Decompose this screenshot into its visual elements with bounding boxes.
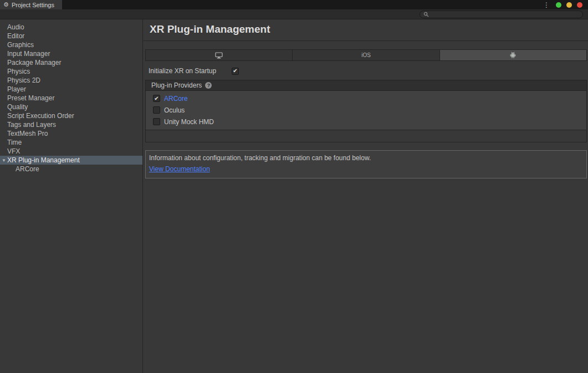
provider-row-arcore: ARCore <box>146 93 586 104</box>
titlebar-spacer <box>62 0 543 9</box>
sidebar-item-quality[interactable]: Quality <box>0 103 142 111</box>
title-separator <box>143 40 588 41</box>
tab-ios-label: iOS <box>361 52 371 58</box>
tab-desktop[interactable] <box>146 50 293 60</box>
sidebar-item-physics[interactable]: Physics <box>0 67 142 76</box>
project-settings-window: ⚙ Project Settings ⋮ Audio Editor Graphi… <box>0 0 588 373</box>
initialize-xr-label: Initialize XR on Startup <box>149 67 232 75</box>
arcore-checkbox[interactable] <box>153 95 160 102</box>
window-control-yellow[interactable] <box>566 2 572 8</box>
window-controls: ⋮ <box>543 0 588 9</box>
view-documentation-link[interactable]: View Documentation <box>149 165 210 173</box>
sidebar-item-textmesh-pro[interactable]: TextMesh Pro <box>0 129 142 138</box>
page-title: XR Plug-in Management <box>143 19 588 40</box>
sidebar-item-graphics[interactable]: Graphics <box>0 40 142 49</box>
sidebar-item-arcore[interactable]: ARCore <box>0 165 142 173</box>
search-input[interactable] <box>431 11 579 17</box>
plugin-providers-title: Plug-in Providers <box>151 81 202 89</box>
sidebar-item-editor[interactable]: Editor <box>0 32 142 40</box>
sidebar-item-package-manager[interactable]: Package Manager <box>0 58 142 67</box>
main-panel: XR Plug-in Management iOS <box>143 19 588 373</box>
initialize-xr-checkbox[interactable] <box>232 68 239 75</box>
content: Audio Editor Graphics Input Manager Pack… <box>0 19 588 373</box>
platform-tab-bar: iOS <box>145 49 587 61</box>
toolbar <box>0 9 588 19</box>
oculus-label: Oculus <box>164 106 185 114</box>
sidebar-item-vfx[interactable]: VFX <box>0 147 142 156</box>
sidebar-item-input-manager[interactable]: Input Manager <box>0 49 142 58</box>
sidebar-item-audio[interactable]: Audio <box>0 23 142 32</box>
tab-android[interactable] <box>440 50 586 60</box>
window-control-green[interactable] <box>556 2 561 8</box>
unity-mock-hmd-label: Unity Mock HMD <box>164 118 214 126</box>
sidebar-item-script-execution-order[interactable]: Script Execution Order <box>0 111 142 120</box>
help-icon[interactable]: ? <box>205 82 212 89</box>
titlebar: ⚙ Project Settings ⋮ <box>0 0 588 9</box>
plugin-providers-list: ARCore Oculus Unity Mock HMD <box>146 91 586 130</box>
provider-row-unity-mock-hmd: Unity Mock HMD <box>146 116 586 127</box>
sidebar-item-label: XR Plug-in Management <box>7 156 80 164</box>
sidebar-item-physics-2d[interactable]: Physics 2D <box>0 76 142 85</box>
monitor-icon <box>215 52 223 59</box>
settings-sidebar: Audio Editor Graphics Input Manager Pack… <box>0 19 143 373</box>
unity-mock-hmd-checkbox[interactable] <box>153 118 160 125</box>
arcore-label: ARCore <box>164 95 188 103</box>
plugin-providers-footer <box>146 130 586 142</box>
magnifier-icon <box>423 12 429 17</box>
sidebar-item-time[interactable]: Time <box>0 138 142 147</box>
search-box[interactable] <box>420 11 583 18</box>
sidebar-item-player[interactable]: Player <box>0 85 142 94</box>
window-control-red[interactable] <box>577 2 582 8</box>
oculus-checkbox[interactable] <box>153 106 160 114</box>
foldout-arrow-icon[interactable]: ▼ <box>1 156 7 165</box>
window-tab-title: Project Settings <box>12 2 54 8</box>
plugin-providers-section: Plug-in Providers ? ARCore Oculus Unity … <box>145 80 587 142</box>
sidebar-item-preset-manager[interactable]: Preset Manager <box>0 94 142 103</box>
provider-row-oculus: Oculus <box>146 104 586 116</box>
android-icon <box>509 52 517 59</box>
tab-ios[interactable]: iOS <box>293 50 439 60</box>
info-box: Information about configuration, trackin… <box>145 150 587 178</box>
initialize-xr-row: Initialize XR on Startup <box>149 67 588 75</box>
sidebar-item-xr-plugin-management[interactable]: ▼XR Plug-in Management <box>0 156 142 165</box>
gear-icon: ⚙ <box>3 2 9 8</box>
sidebar-item-tags-and-layers[interactable]: Tags and Layers <box>0 120 142 129</box>
kebab-menu-icon[interactable]: ⋮ <box>543 2 550 8</box>
info-text: Information about configuration, trackin… <box>149 154 581 162</box>
plugin-providers-header: Plug-in Providers ? <box>146 80 586 91</box>
window-tab-project-settings[interactable]: ⚙ Project Settings <box>0 0 62 9</box>
